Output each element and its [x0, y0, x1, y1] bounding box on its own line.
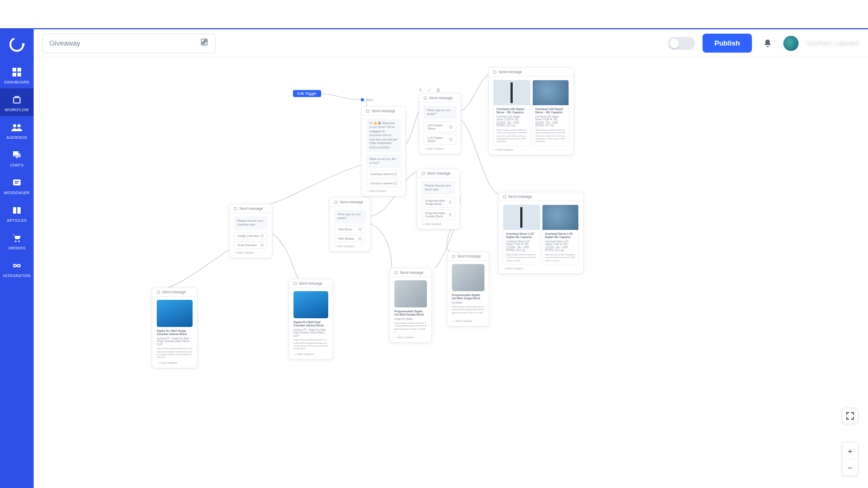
- svg-point-1: [22, 43, 24, 46]
- zoom-controls: + −: [842, 442, 858, 476]
- add-content[interactable]: + Add Content: [293, 350, 328, 356]
- nav-articles[interactable]: ARTICLES: [0, 199, 34, 227]
- node-send-message-4[interactable]: Send message What type do you prefer? Wi…: [329, 197, 371, 252]
- chats-icon: [11, 149, 23, 161]
- svg-rect-3: [17, 68, 21, 72]
- nav-dashboard[interactable]: DASHBOARD: [0, 61, 34, 88]
- svg-rect-4: [12, 73, 16, 76]
- people-icon: [11, 121, 23, 133]
- add-content[interactable]: + Add Content: [493, 146, 569, 151]
- svg-rect-11: [15, 183, 18, 184]
- node-send-message-5[interactable]: Send message Please choose your block ty…: [417, 169, 460, 229]
- option-row[interactable]: LCD Digital Stirrer: [424, 134, 456, 145]
- svg-rect-10: [15, 181, 19, 182]
- nav-label: CHATS: [10, 163, 24, 167]
- nav-label: ARTICLES: [7, 219, 27, 222]
- edit-icon[interactable]: [200, 38, 209, 49]
- workflow-title-text: Giveaway: [49, 39, 200, 47]
- nav-label: AUDIENCE: [7, 136, 28, 139]
- option-row[interactable]: Dual Chamber: [234, 241, 267, 249]
- articles-icon: [11, 204, 23, 216]
- start-marker: Start: [361, 98, 373, 101]
- cart-icon: [11, 232, 23, 244]
- option-row[interactable]: With Block: [334, 226, 366, 233]
- nav-label: MESSENGER: [4, 191, 29, 195]
- node-product-single-chamber[interactable]: Send message Digital Dry Bath Single Cha…: [152, 287, 197, 368]
- svg-rect-5: [17, 73, 21, 76]
- svg-rect-9: [13, 179, 21, 185]
- option-row[interactable]: Overhead Stirrers: [366, 170, 401, 178]
- dashboard-icon: [11, 66, 23, 78]
- account-name: Southern Labware: [806, 40, 859, 47]
- node-controls[interactable]: ✎⤢🗑: [419, 88, 442, 93]
- header: Giveaway Publish Southern Labware: [34, 29, 868, 57]
- node-products-mid[interactable]: Send message Overhead Stirrer LCD Digita…: [498, 192, 584, 274]
- svg-point-8: [17, 124, 21, 127]
- nav-label: ORDERS: [8, 246, 25, 250]
- add-content[interactable]: + Add Content: [157, 359, 193, 364]
- node-product-bath-single[interactable]: Send message Programmable Digital Uni-Ba…: [447, 252, 489, 326]
- svg-point-13: [18, 241, 20, 242]
- svg-point-7: [13, 124, 16, 127]
- option-row[interactable]: LED Digital Stirrer: [424, 121, 456, 132]
- product-card[interactable]: Overhead LED Digital Stirrer - 20L Capac…: [493, 80, 531, 146]
- add-content[interactable]: + Add Content: [366, 187, 401, 192]
- option-row[interactable]: Programmable - Single Block: [422, 197, 455, 208]
- node-send-message-3[interactable]: Send message Please choose your chamber …: [229, 204, 272, 258]
- nav-audience[interactable]: AUDIENCE: [0, 116, 34, 144]
- node-send-message-1[interactable]: Send message Hi 👋 🎉 Welcome to our store…: [361, 106, 406, 196]
- add-content[interactable]: + Add Content: [422, 220, 455, 226]
- sidebar: DASHBOARD WORKFLOW AUDIENCE CHATS MESSEN…: [0, 29, 34, 488]
- nav-integration[interactable]: INTEGRATION: [0, 254, 34, 282]
- workflow-icon: [11, 94, 23, 106]
- infinity-icon: [11, 260, 23, 272]
- svg-point-12: [15, 241, 17, 242]
- svg-rect-6: [14, 98, 20, 103]
- add-content[interactable]: + Add Content: [334, 242, 366, 248]
- nav-messenger[interactable]: MESSENGER: [0, 171, 34, 199]
- add-content[interactable]: + Add Content: [503, 265, 579, 270]
- product-card[interactable]: Overhead Stirrer LCD Digital 20L Capacit…: [503, 204, 540, 265]
- zoom-in-button[interactable]: +: [843, 442, 858, 459]
- nav-orders[interactable]: ORDERS: [0, 227, 34, 254]
- add-content[interactable]: + Add Content: [452, 317, 484, 323]
- notifications-icon[interactable]: [760, 35, 776, 52]
- app-logo: [6, 34, 28, 55]
- publish-button[interactable]: Publish: [703, 34, 752, 53]
- node-send-message-2[interactable]: Send message What type do you prefer? LE…: [419, 93, 461, 154]
- svg-point-0: [10, 38, 23, 51]
- add-content[interactable]: + Add Content: [394, 333, 427, 339]
- node-products-top[interactable]: Send message Overhead LED Digital Stirre…: [488, 67, 574, 155]
- product-card[interactable]: Overhead LED Digital Stirrer - 40L Capac…: [532, 80, 570, 146]
- workflow-title-input[interactable]: Giveaway: [42, 34, 216, 53]
- node-product-bath-double[interactable]: Send message Programmable Digital Uni-Ba…: [390, 268, 432, 343]
- edit-trigger-tag[interactable]: Edit Trigger: [293, 90, 321, 97]
- zoom-out-button[interactable]: −: [843, 459, 858, 476]
- option-row[interactable]: Uni-block heaters: [366, 179, 401, 187]
- option-row[interactable]: Single Chamber: [234, 232, 267, 240]
- node-product-dual-chamber[interactable]: Send message Digital Dry Bath Dual Chamb…: [289, 279, 333, 359]
- expand-button[interactable]: [842, 408, 858, 424]
- nav-workflow[interactable]: WORKFLOW: [0, 88, 34, 116]
- add-content[interactable]: + Add Content: [424, 145, 456, 150]
- svg-rect-2: [12, 68, 16, 72]
- avatar[interactable]: [783, 36, 799, 51]
- nav-label: WORKFLOW: [5, 108, 29, 112]
- nav-chats[interactable]: CHATS: [0, 144, 34, 171]
- nav-label: DASHBOARD: [4, 80, 29, 84]
- option-row[interactable]: Programmable - Double Block: [422, 209, 455, 220]
- status-toggle[interactable]: [668, 37, 695, 50]
- product-card[interactable]: Overhead Stirrer LCD Digital 40L Capacit…: [542, 204, 579, 265]
- workflow-canvas[interactable]: Edit Trigger Start ✎⤢🗑 Send message Hi 👋…: [34, 57, 868, 488]
- nav-label: INTEGRATION: [3, 274, 31, 278]
- option-row[interactable]: With Shaker: [334, 235, 366, 242]
- messenger-icon: [11, 177, 23, 189]
- add-content[interactable]: + Add Content: [234, 249, 267, 254]
